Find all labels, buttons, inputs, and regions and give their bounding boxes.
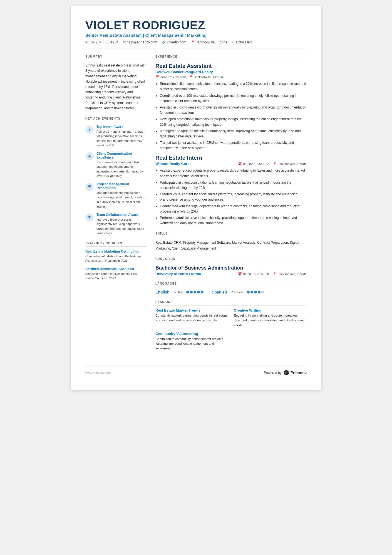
phone-icon: ✆ [85,40,88,44]
dot-empty [261,291,264,293]
bullet-0-3: Developed promotional materials for prop… [160,117,307,127]
exp-title-0: Real Estate Assistant [155,63,307,69]
contact-email: ✉ help@enhancv.com [123,40,157,44]
achievement-icon-1 [85,152,94,161]
lang-name-1: Spanish [212,290,229,294]
experience-label: EXPERIENCE [155,55,307,58]
exp-meta-1: Watson Realty Corp. 📅 09/2020 - 05/2022 … [155,162,307,166]
exp-location-0: 📍 Jacksonville, Florida [189,75,223,79]
exp-company-0: Coldwell Banker Vanguard Realty [155,70,307,74]
passion-title-1: Creative Writing [234,308,307,312]
lang-level-1: Proficient [231,290,244,294]
training-item-0: Real Estate Marketing Certification Comp… [85,250,147,263]
bullet-0-1: Coordinated over 100 real estate showing… [160,93,307,104]
summary-text: Enthusiastic real estate professional wi… [85,63,147,111]
trophy2-icon [88,216,91,219]
exp-bullets-0: Streamlined client communication process… [155,81,307,151]
language-item-0: English Native [155,290,204,294]
experience-item-0: Real Estate Assistant Coldwell Banker Va… [155,63,307,151]
passion-item-1: Creative Writing Engaging in storytellin… [234,308,307,328]
bullet-0-5: Trained two junior assistants in CRM sof… [160,140,307,151]
passions-divider [155,305,307,305]
education-divider [155,262,307,262]
dot [186,291,189,293]
training-divider [85,246,147,247]
education-label: EDUCATION [155,257,307,260]
dot [190,291,193,293]
languages-row: English Native Spanish Proficient [155,290,307,294]
languages-label: LANGUAGES [155,282,307,285]
language-item-1: Spanish Proficient [212,290,264,294]
summary-section: SUMMARY Enthusiastic real estate profess… [85,55,147,111]
resume-document: VIOLET RODRIGUEZ Senior Real Estate Assi… [71,6,321,390]
location-icon-0: 📍 [189,75,193,79]
dot [201,291,204,293]
edu-school: University of North Florida [155,272,201,276]
contact-phone: ✆ +1-(234)-555-1234 [85,40,118,44]
achievement-desc-1: Recognized for consistent client engagem… [96,160,147,178]
achievement-item-1: Client Communication Excellence Recogniz… [85,152,147,178]
achievements-divider [85,122,147,122]
contact-bar: ✆ +1-(234)-555-1234 ✉ help@enhancv.com 🔗… [85,40,307,48]
passions-label: PASSIONS [155,300,307,304]
passion-title-2: Community Volunteering [155,332,228,336]
achievement-desc-2: Managed marketing project for a new hous… [96,191,147,209]
languages-divider [155,287,307,287]
achievement-item-2: Project Management Recognition Managed m… [85,182,147,209]
lang-dots-1 [247,291,264,293]
achievement-title-3: Team Collaboration Award [96,213,147,217]
education-section: EDUCATION Bachelor of Business Administr… [155,257,307,276]
contact-location: 📍 Jacksonville, Florida [191,40,227,44]
bullet-1-2: Created visual content for social media … [160,192,307,202]
exp-company-1: Watson Realty Corp. [155,162,191,166]
bullet-1-3: Coordinated with the legal department to… [160,204,307,214]
exp-bullets-1: Assisted experienced agents in property … [155,168,307,226]
edu-degree: Bachelor of Business Administration [155,265,307,271]
header-section: VIOLET RODRIGUEZ Senior Real Estate Assi… [85,19,307,48]
right-column: EXPERIENCE Real Estate Assistant Coldwel… [155,55,307,357]
bullet-1-4: Performed administrative tasks efficient… [160,215,307,226]
bullet-1-1: Participated in client consultations, le… [160,180,307,191]
experience-item-1: Real Estate Intern Watson Realty Corp. 📅… [155,155,307,226]
skills-text: Real Estate CRM, Property Management Sof… [155,240,307,251]
footer-website: www.enhancv.com [85,371,111,374]
training-item-1: Certified Residential Specialist Achieve… [85,267,147,281]
training-label: TRAINING / COURSES [85,242,147,245]
training-section: TRAINING / COURSES Real Estate Marketing… [85,242,147,281]
lang-name-0: English [155,290,172,294]
achievement-title-0: Top Intern Award [96,125,147,129]
linkedin-icon: 🔗 [162,40,166,44]
experience-divider [155,60,307,60]
achievement-desc-3: Improved team processes, significantly r… [96,217,147,236]
passion-item-2: Community Volunteering Committed to comm… [155,332,228,351]
trophy-icon [88,185,91,189]
candidate-title: Senior Real Estate Assistant | Client Ma… [85,33,307,38]
summary-label: SUMMARY [85,55,147,58]
dot [250,291,253,293]
dot [197,291,200,293]
passion-desc-1: Engaging in storytelling and content cre… [234,313,307,328]
achievement-item-3: Team Collaboration Award Improved team p… [85,213,147,236]
passion-item-0: Real Estate Market Trends Constantly exp… [155,308,228,328]
exp-location-1: 📍 Jacksonville, Florida [273,162,307,166]
lang-dots-0 [186,291,204,293]
passion-title-0: Real Estate Market Trends [155,308,228,312]
footer-brand: Powered by Enhancv [264,370,307,376]
star-outline-icon [88,154,91,158]
dot [258,291,260,293]
bullet-0-4: Managed and updated the client database … [160,129,307,139]
calendar-icon-1: 📅 [238,162,242,166]
achievement-icon-3 [85,213,94,222]
exp-date-0: 📅 06/2022 - Present [155,75,186,79]
skills-section: SKILLS Real Estate CRM, Property Managem… [155,232,307,251]
bullet-0-0: Streamlined client communication process… [160,81,307,92]
left-column: SUMMARY Enthusiastic real estate profess… [85,55,147,357]
dot [254,291,257,293]
bullet-0-2: Assisted in closing deals worth over $2 … [160,105,307,115]
candidate-name: VIOLET RODRIGUEZ [85,19,307,32]
achievement-icon-2 [85,183,94,191]
bullet-1-0: Assisted experienced agents in property … [160,168,307,179]
training-title-1: Certified Residential Specialist [85,267,147,271]
achievement-desc-0: Achieved monthly top intern status for p… [96,129,147,148]
achievement-title-1: Client Communication Excellence [96,152,147,159]
